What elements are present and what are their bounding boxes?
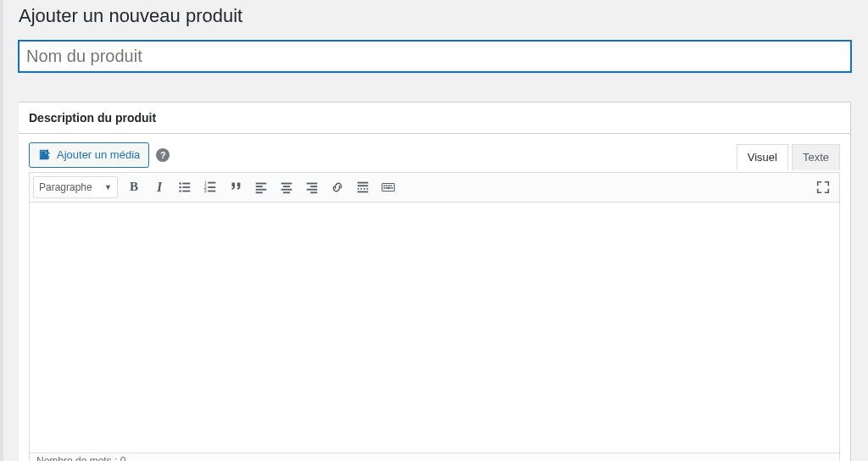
block-format-select[interactable]: Paragraphe ▼ bbox=[33, 176, 118, 198]
svg-rect-14 bbox=[256, 182, 267, 184]
svg-rect-22 bbox=[307, 182, 318, 184]
format-select-value: Paragraphe bbox=[39, 181, 92, 193]
blockquote-icon bbox=[228, 180, 243, 195]
align-left-button[interactable] bbox=[249, 175, 273, 199]
insert-link-button[interactable] bbox=[326, 175, 349, 199]
svg-rect-25 bbox=[310, 192, 317, 193]
bold-button[interactable]: B bbox=[122, 175, 146, 199]
svg-rect-31 bbox=[367, 187, 369, 189]
svg-rect-34 bbox=[384, 185, 386, 186]
svg-point-2 bbox=[179, 182, 181, 185]
svg-rect-24 bbox=[307, 188, 318, 190]
svg-rect-20 bbox=[281, 188, 292, 190]
align-center-button[interactable] bbox=[275, 175, 298, 199]
panel-body: Ajouter un média ? Visuel Texte Paragrap… bbox=[19, 134, 850, 461]
svg-rect-18 bbox=[281, 182, 292, 184]
svg-rect-39 bbox=[386, 187, 390, 189]
read-more-icon bbox=[355, 180, 370, 195]
svg-rect-21 bbox=[283, 192, 290, 193]
italic-icon: I bbox=[157, 180, 162, 195]
fullscreen-icon bbox=[815, 180, 831, 195]
bulleted-list-button[interactable] bbox=[173, 175, 197, 199]
editor-content-area[interactable] bbox=[30, 203, 839, 453]
tab-text[interactable]: Texte bbox=[792, 144, 840, 170]
svg-rect-26 bbox=[358, 181, 369, 183]
editor-tabs: Visuel Texte bbox=[29, 144, 840, 170]
svg-rect-32 bbox=[358, 191, 369, 192]
add-product-page: Ajouter un nouveau produit Description d… bbox=[0, 0, 868, 461]
svg-rect-16 bbox=[256, 188, 267, 190]
insert-more-button[interactable] bbox=[351, 175, 375, 199]
svg-rect-11 bbox=[208, 186, 215, 188]
bulleted-list-icon bbox=[177, 180, 192, 195]
svg-rect-30 bbox=[364, 187, 365, 189]
align-right-icon bbox=[304, 180, 320, 195]
align-right-button[interactable] bbox=[300, 175, 324, 199]
svg-rect-35 bbox=[386, 185, 387, 186]
word-count: Nombre de mots : 0 bbox=[36, 455, 125, 461]
link-icon bbox=[330, 180, 345, 195]
svg-rect-17 bbox=[256, 192, 263, 193]
svg-rect-5 bbox=[182, 186, 190, 188]
svg-point-4 bbox=[179, 186, 181, 188]
blockquote-button[interactable] bbox=[224, 175, 248, 199]
svg-rect-36 bbox=[388, 185, 390, 186]
fullscreen-button[interactable] bbox=[811, 175, 835, 199]
align-center-icon bbox=[279, 180, 294, 195]
numbered-list-button[interactable]: 123 bbox=[198, 175, 222, 199]
svg-rect-38 bbox=[384, 187, 386, 189]
svg-rect-13 bbox=[208, 190, 215, 192]
product-name-input[interactable] bbox=[19, 41, 851, 72]
svg-rect-27 bbox=[358, 185, 369, 186]
align-left-icon bbox=[253, 180, 269, 195]
product-description-panel: Description du produit Ajouter un média … bbox=[19, 102, 851, 461]
numbered-list-icon: 123 bbox=[203, 180, 218, 195]
editor-toolbar: Paragraphe ▼ B I 123 bbox=[30, 173, 839, 203]
svg-rect-7 bbox=[182, 190, 190, 192]
panel-heading: Description du produit bbox=[19, 103, 850, 134]
italic-button[interactable]: I bbox=[147, 175, 171, 199]
keyboard-icon bbox=[381, 180, 396, 195]
svg-point-6 bbox=[179, 190, 181, 192]
bold-icon: B bbox=[130, 180, 138, 194]
editor-statusbar: Nombre de mots : 0 bbox=[30, 453, 839, 461]
svg-rect-37 bbox=[391, 185, 392, 186]
page-title: Ajouter un nouveau produit bbox=[19, 4, 851, 29]
svg-rect-15 bbox=[256, 186, 263, 187]
svg-rect-3 bbox=[182, 182, 190, 184]
svg-rect-19 bbox=[283, 186, 290, 187]
rich-text-editor: Paragraphe ▼ B I 123 bbox=[29, 172, 840, 461]
tab-visual[interactable]: Visuel bbox=[737, 144, 788, 170]
chevron-down-icon: ▼ bbox=[104, 183, 112, 192]
svg-rect-28 bbox=[358, 187, 359, 189]
svg-text:3: 3 bbox=[204, 188, 207, 193]
svg-rect-9 bbox=[208, 181, 215, 183]
svg-rect-40 bbox=[392, 187, 393, 189]
toolbar-toggle-button[interactable] bbox=[376, 175, 400, 199]
svg-rect-23 bbox=[310, 186, 317, 187]
svg-rect-29 bbox=[360, 187, 362, 189]
